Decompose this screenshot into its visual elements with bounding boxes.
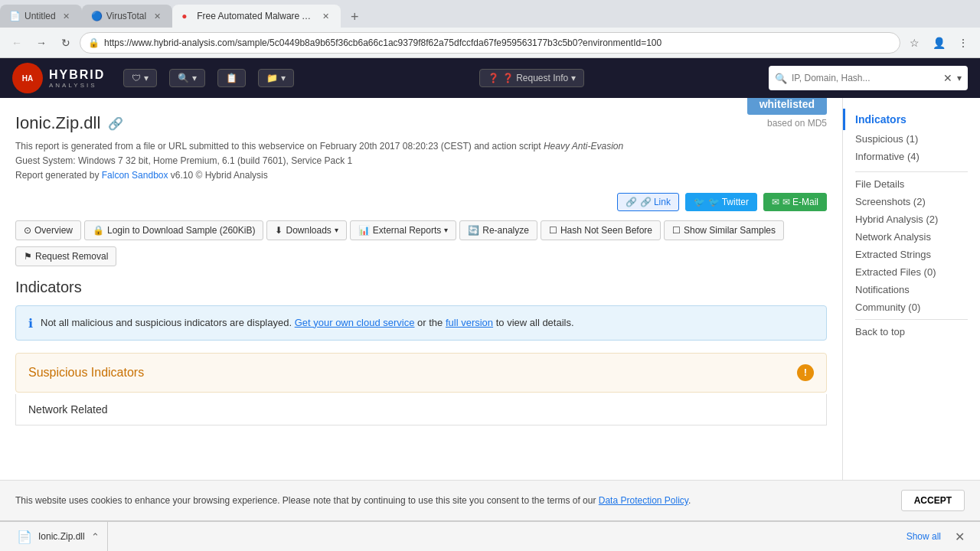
overview-button[interactable]: ⊙ Overview [15,220,81,240]
tab-title-2: VirusTotal [106,11,146,21]
show-all-downloads[interactable]: Show all [899,531,949,542]
sidebar-network-analysis[interactable]: Network Analysis [843,228,980,246]
downloads-caret: ▾ [335,226,338,234]
overview-icon: ⊙ [24,225,31,236]
generated-by-label: Report generated by [15,170,99,181]
sidebar-suspicious[interactable]: Suspicious (1) [843,130,980,148]
guest-system-text: Guest System: Windows 7 32 bit, Home Pre… [15,155,352,166]
logo-icon: HA [12,63,43,93]
cloud-service-link[interactable]: Get your own cloud service [295,317,415,328]
search-nav-icon: 🔍 [178,73,189,83]
browser-tab-3[interactable]: ● Free Automated Malware Analysis S... ✕ [172,5,341,28]
sidebar-screenshots[interactable]: Screenshots (2) [843,193,980,210]
email-button[interactable]: ✉ ✉ E-Mail [763,193,827,211]
login-download-label: Login to Download Sample (260KiB) [107,225,255,236]
twitter-button[interactable]: 🐦 🐦 Twitter [685,193,757,211]
link-btn-label: 🔗 Link [640,197,671,207]
bookmark-button[interactable]: ☆ [903,32,925,54]
copy-button[interactable]: 📋 [217,69,246,87]
suspicious-indicators-box: Suspicious Indicators ! [15,353,827,393]
status-badge: whitelisted [747,98,827,115]
downloads-label: Downloads [286,225,331,236]
search-input[interactable] [792,73,939,83]
search-clear-button[interactable]: ✕ [943,72,952,84]
sidebar-file-details[interactable]: File Details [843,175,980,193]
menu-button[interactable]: ⋮ [952,32,974,54]
link-button[interactable]: 🔗 🔗 Link [617,193,679,211]
full-version-link[interactable]: full version [446,317,493,328]
tab-close-2[interactable]: ✕ [151,10,163,22]
submit-icon: 🛡 [132,73,141,83]
link-btn-icon: 🔗 [626,197,637,207]
account-button[interactable]: 👤 [928,32,949,54]
tab-close-1[interactable]: ✕ [60,10,73,22]
download-chevron[interactable]: ⌃ [91,531,100,543]
info-message: Not all malicious and suspicious indicat… [41,317,574,328]
folder-dropdown[interactable]: 📁 ▾ [258,69,294,87]
back-button[interactable]: ← [6,32,28,54]
social-buttons: 🔗 🔗 Link 🐦 🐦 Twitter ✉ ✉ E-Mail [15,193,827,211]
flag-icon: ⚑ [24,251,32,262]
tab-close-3[interactable]: ✕ [319,10,332,22]
search-type-dropdown[interactable]: ▾ [957,73,962,83]
downloads-button[interactable]: ⬇ Downloads ▾ [266,220,346,240]
similar-checkbox-icon: ☐ [672,225,681,236]
hash-not-seen-button[interactable]: ☐ Hash Not Seen Before [541,220,661,240]
request-info-button[interactable]: ❓ ❓ Request Info ▾ [479,69,584,87]
address-text: https://www.hybrid-analysis.com/sample/5… [104,37,892,48]
data-protection-link[interactable]: Data Protection Policy [599,495,688,506]
address-bar[interactable]: 🔒 https://www.hybrid-analysis.com/sample… [80,32,900,54]
reload-button[interactable]: ↻ [55,32,77,54]
folder-caret: ▾ [281,73,286,83]
twitter-label: 🐦 Twitter [708,197,749,207]
sidebar-notifications[interactable]: Notifications [843,281,980,298]
cookie-banner: This website uses cookies to enhance you… [0,480,980,520]
falcon-sandbox-link[interactable]: Falcon Sandbox [102,170,168,181]
file-title-row: Ionic.Zip.dll 🔗 [15,113,747,133]
search-icon: 🔍 [775,73,787,84]
sidebar-hybrid-analysis[interactable]: Hybrid Analysis (2) [843,210,980,228]
permalink-icon[interactable]: 🔗 [108,116,123,131]
warning-icon: ! [797,364,814,381]
search-dropdown[interactable]: 🔍 ▾ [169,69,205,87]
show-similar-button[interactable]: ☐ Show Similar Samples [664,220,784,240]
svg-text:HA: HA [22,74,33,83]
sidebar-divider-2 [855,319,968,320]
email-label: ✉ E-Mail [782,197,818,207]
network-related-section: Network Related [15,394,827,425]
forward-button[interactable]: → [31,32,52,54]
download-item-1: 📄 Ionic.Zip.dll ⌃ [9,522,108,551]
show-similar-label: Show Similar Samples [684,225,776,236]
sidebar-informative[interactable]: Informative (4) [843,148,980,165]
sidebar-community[interactable]: Community (0) [843,298,980,316]
re-analyze-button[interactable]: 🔄 Re-analyze [459,220,537,240]
ssl-lock-icon: 🔒 [88,37,100,48]
browser-tab-2[interactable]: 🔵 VirusTotal ✕ [82,5,172,28]
info-icon: ℹ [28,316,33,331]
submit-dropdown[interactable]: 🛡 ▾ [123,69,157,87]
action-script-italic: Heavy Anti-Evasion [544,141,623,152]
request-removal-label: Request Removal [35,251,108,262]
close-download-bar[interactable]: ✕ [949,530,971,544]
logo-sub: ANALYSIS [49,82,105,89]
new-tab-button[interactable]: + [344,6,365,28]
sidebar-extracted-files[interactable]: Extracted Files (0) [843,263,980,281]
sidebar-extracted-strings[interactable]: Extracted Strings [843,246,980,263]
overview-label: Overview [34,225,73,236]
sidebar-indicators-heading[interactable]: Indicators [843,109,980,130]
login-download-button[interactable]: 🔒 Login to Download Sample (260KiB) [84,220,263,240]
search-box[interactable]: 🔍 ✕ ▾ [769,66,968,90]
file-title: Ionic.Zip.dll [15,113,100,133]
sidebar-indicators-section: Indicators Suspicious (1) Informative (4… [843,106,980,168]
based-on-text: based on MD5 [747,118,827,129]
tab-favicon-2: 🔵 [91,11,102,21]
request-removal-button[interactable]: ⚑ Request Removal [15,246,116,266]
external-reports-button[interactable]: 📊 External Reports ▾ [350,220,456,240]
accept-button[interactable]: ACCEPT [901,490,965,511]
tab-title-3: Free Automated Malware Analysis S... [197,11,315,21]
download-icon: ⬇ [275,225,283,236]
network-related-title: Network Related [28,403,814,416]
download-bar: 📄 Ionic.Zip.dll ⌃ Show all ✕ [0,520,980,551]
sidebar-back-to-top[interactable]: Back to top [843,323,980,341]
browser-tab-1[interactable]: 📄 Untitled ✕ [0,5,82,28]
